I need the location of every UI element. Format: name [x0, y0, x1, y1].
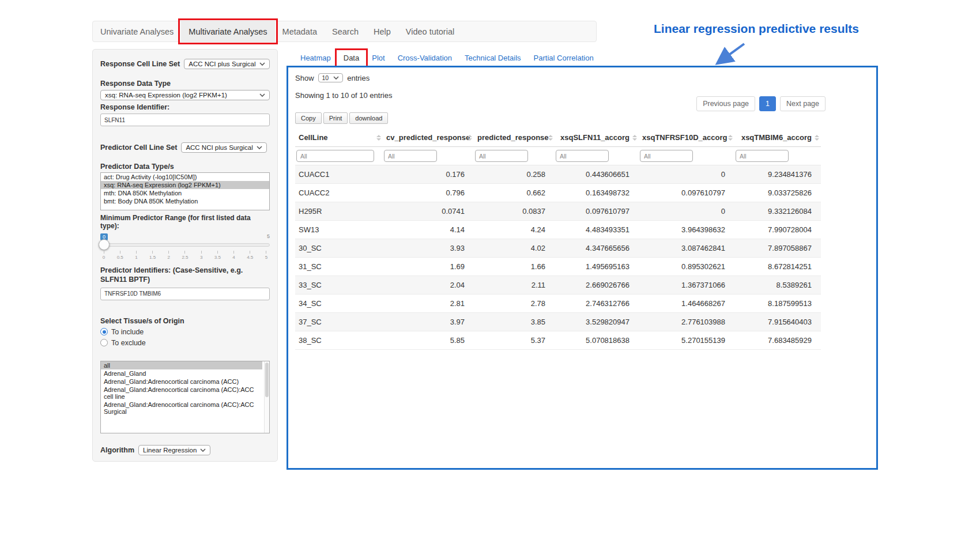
- show-label: Show: [295, 74, 314, 82]
- table-row[interactable]: SW134.144.244.4834933513.9643986327.9907…: [295, 221, 821, 239]
- copy-button[interactable]: Copy: [295, 112, 322, 124]
- slider-track[interactable]: [100, 243, 270, 247]
- nav-univariate-analyses[interactable]: Univariate Analyses: [93, 21, 181, 41]
- next-page-button[interactable]: Next page: [780, 96, 826, 111]
- column-header-cellline[interactable]: CellLine: [295, 129, 383, 147]
- table-row[interactable]: H295R0.07410.08370.09761079709.332126084: [295, 202, 821, 221]
- tissue-include-radio-label: To include: [111, 328, 144, 336]
- value-cell: 2.81: [383, 295, 474, 313]
- value-cell: 0: [639, 165, 734, 184]
- tissue-include-radio[interactable]: To include: [100, 328, 270, 336]
- value-cell: 7.990728004: [734, 221, 821, 239]
- response-cell-line-set-value: ACC NCI plus Surgical: [189, 61, 255, 67]
- value-cell: 2.78: [474, 295, 555, 313]
- cellline-cell: 34_SC: [295, 295, 383, 313]
- column-header-xsqtnfrsf10d-accorg[interactable]: xsqTNFRSF10D_accorg: [639, 129, 734, 147]
- nav-help[interactable]: Help: [366, 21, 398, 41]
- cellline-cell: 38_SC: [295, 331, 383, 350]
- predictor-data-type-option[interactable]: xsq: RNA-seq Expression (log2 FPKM+1): [101, 181, 269, 189]
- slider-max-label: 5: [267, 233, 270, 239]
- sort-icon: [468, 135, 472, 141]
- column-header-label: predicted_response: [477, 133, 549, 142]
- predictor-cell-line-set-select[interactable]: ACC NCI plus Surgical: [181, 142, 266, 153]
- response-identifier-label: Response Identifier:: [100, 103, 270, 111]
- filter-input-xsqtmbim6-accorg[interactable]: [736, 150, 789, 162]
- response-cell-line-set-select[interactable]: ACC NCI plus Surgical: [184, 59, 269, 69]
- tab-plot[interactable]: Plot: [365, 51, 391, 65]
- value-cell: 0.097610797: [639, 184, 734, 202]
- value-cell: 9.234841376: [734, 165, 821, 184]
- predictor-data-type-option[interactable]: act: Drug Activity (-log10[IC50M]): [101, 173, 269, 181]
- tab-heatmap[interactable]: Heatmap: [294, 51, 337, 65]
- value-cell: 7.683485929: [734, 331, 821, 350]
- column-header-label: CellLine: [299, 133, 328, 142]
- tab-technical-details[interactable]: Technical Details: [458, 51, 527, 65]
- cellline-cell: 30_SC: [295, 239, 383, 258]
- tab-data[interactable]: Data: [337, 51, 365, 65]
- table-row[interactable]: 34_SC2.812.782.7463127661.4646682678.187…: [295, 295, 821, 313]
- table-header-row: CellLine cv_predicted_response predicted…: [295, 129, 821, 147]
- filter-input-xsqslfn11-accorg[interactable]: [556, 150, 609, 162]
- table-row[interactable]: 38_SC5.855.375.0708186385.2701551397.683…: [295, 331, 821, 350]
- tissue-list-scrollbar[interactable]: [264, 361, 269, 433]
- page-1-button[interactable]: 1: [759, 96, 776, 111]
- filter-input-cellline[interactable]: [296, 150, 374, 162]
- entries-select[interactable]: 10: [318, 73, 344, 82]
- value-cell: 4.02: [474, 239, 555, 258]
- filter-input-predicted-response[interactable]: [475, 150, 528, 162]
- column-header-predicted-response[interactable]: predicted_response: [474, 129, 555, 147]
- nav-video-tutorial[interactable]: Video tutorial: [398, 21, 462, 41]
- tissue-option[interactable]: Adrenal_Gland: [101, 369, 262, 378]
- nav-metadata[interactable]: Metadata: [275, 21, 325, 41]
- scrollbar-thumb[interactable]: [265, 363, 269, 397]
- filter-input-cv-predicted-response[interactable]: [384, 150, 437, 162]
- print-button[interactable]: Print: [323, 112, 348, 124]
- previous-page-button[interactable]: Previous page: [696, 96, 755, 111]
- algorithm-select[interactable]: Linear Regression: [138, 445, 210, 455]
- table-row[interactable]: 37_SC3.973.853.5298209472.7761039887.915…: [295, 313, 821, 331]
- tab-partial-correlation[interactable]: Partial Correlation: [527, 51, 600, 65]
- response-data-type-label: Response Data Type: [100, 80, 270, 88]
- chevron-down-icon: [259, 93, 265, 97]
- cellline-cell: CUACC1: [295, 165, 383, 184]
- value-cell: 1.464668267: [639, 295, 734, 313]
- chevron-down-icon: [333, 76, 339, 80]
- predictor-data-types-label: Predictor Data Type/s: [100, 163, 270, 171]
- slider-tick: 3: [199, 251, 203, 260]
- tissue-option[interactable]: Adrenal_Gland:Adrenocortical carcinoma (…: [101, 378, 262, 386]
- tissue-origin-label: Select Tissue/s of Origin: [100, 317, 270, 325]
- nav-multivariate-analyses[interactable]: Multivariate Analyses: [181, 21, 274, 41]
- cellline-cell: 31_SC: [295, 258, 383, 276]
- tissue-option[interactable]: Adrenal_Gland:Adrenocortical carcinoma (…: [101, 401, 262, 416]
- download-button[interactable]: download: [349, 112, 388, 124]
- column-header-label: cv_predicted_response: [386, 133, 470, 142]
- predictor-data-type-option[interactable]: mth: DNA 850K Methylation: [101, 189, 269, 197]
- column-header-xsqslfn11-accorg[interactable]: xsqSLFN11_accorg: [555, 129, 639, 147]
- tissue-option[interactable]: all: [101, 361, 262, 369]
- tab-cross-validation[interactable]: Cross-Validation: [391, 51, 458, 65]
- value-cell: 0.163498732: [555, 184, 639, 202]
- response-identifier-input[interactable]: [100, 114, 270, 126]
- predictor-identifiers-input[interactable]: [100, 288, 270, 300]
- table-row[interactable]: CUACC20.7960.6620.1634987320.0976107979.…: [295, 184, 821, 202]
- response-data-type-select[interactable]: xsq: RNA-seq Expression (log2 FPKM+1): [100, 90, 270, 100]
- table-row[interactable]: CUACC10.1760.2580.44360665109.234841376: [295, 165, 821, 184]
- value-cell: 3.087462841: [639, 239, 734, 258]
- filter-input-xsqtnfrsf10d-accorg[interactable]: [640, 150, 693, 162]
- table-row[interactable]: 30_SC3.934.024.3476656563.0874628417.897…: [295, 239, 821, 258]
- column-header-xsqtmbim6-accorg[interactable]: xsqTMBIM6_accorg: [734, 129, 821, 147]
- value-cell: 5.070818638: [555, 331, 639, 350]
- value-cell: 4.24: [474, 221, 555, 239]
- slider-tick: 2: [167, 251, 171, 260]
- table-row[interactable]: 31_SC1.691.661.4956951630.8953026218.672…: [295, 258, 821, 276]
- tissue-option[interactable]: Adrenal_Gland:Adrenocortical carcinoma (…: [101, 386, 262, 401]
- value-cell: 0.258: [474, 165, 555, 184]
- tissue-exclude-radio[interactable]: To exclude: [100, 339, 270, 347]
- predictor-data-type-option[interactable]: bmt: Body DNA 850K Methylation: [101, 197, 269, 205]
- results-table: CellLine cv_predicted_response predicted…: [295, 129, 821, 350]
- slider-handle[interactable]: [99, 239, 110, 250]
- nav-search[interactable]: Search: [325, 21, 366, 41]
- column-header-cv-predicted-response[interactable]: cv_predicted_response: [383, 129, 474, 147]
- table-row[interactable]: 33_SC2.042.112.6690267661.3673710668.538…: [295, 276, 821, 295]
- export-buttons: Copy Print download: [295, 112, 869, 124]
